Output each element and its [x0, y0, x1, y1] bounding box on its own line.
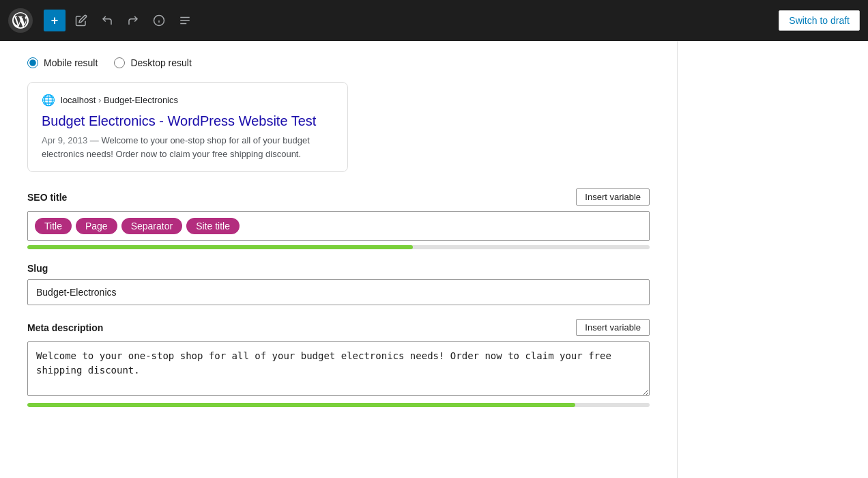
seo-tag-pill[interactable]: Site title — [186, 218, 240, 234]
mobile-radio[interactable] — [27, 57, 38, 68]
preview-title[interactable]: Budget Electronics - WordPress Website T… — [42, 112, 334, 130]
undo-icon — [101, 14, 113, 27]
info-button[interactable] — [149, 10, 169, 31]
desktop-result-label: Desktop result — [130, 57, 191, 68]
preview-url-row: 🌐 localhost › Budget-Electronics — [42, 94, 334, 107]
wordpress-logo — [8, 8, 33, 33]
seo-title-field[interactable]: TitlePageSeparatorSite title — [27, 211, 650, 241]
meta-description-group: Meta description Insert variable — [27, 319, 650, 407]
undo-button[interactable] — [97, 10, 117, 31]
seo-title-progress-bar — [27, 245, 650, 249]
redo-button[interactable] — [123, 10, 143, 31]
main-area: Mobile result Desktop result 🌐 localhost… — [0, 41, 868, 478]
redo-icon — [127, 14, 139, 27]
meta-description-progress-fill — [27, 403, 575, 407]
seo-title-header: SEO title Insert variable — [27, 188, 650, 206]
meta-description-header: Meta description Insert variable — [27, 319, 650, 336]
editor-area: Mobile result Desktop result 🌐 localhost… — [0, 41, 677, 478]
plus-icon: + — [51, 14, 59, 28]
edit-button[interactable] — [71, 10, 91, 31]
slug-input[interactable] — [27, 279, 650, 305]
right-sidebar — [677, 41, 868, 478]
list-view-button[interactable] — [175, 10, 195, 31]
meta-description-insert-variable-button[interactable]: Insert variable — [576, 319, 650, 336]
seo-tag-pill[interactable]: Separator — [121, 218, 182, 234]
seo-tag-pill[interactable]: Title — [35, 218, 72, 234]
mobile-result-option[interactable]: Mobile result — [27, 57, 98, 68]
seo-tag-pill[interactable]: Page — [76, 218, 117, 234]
seo-title-insert-variable-button[interactable]: Insert variable — [576, 188, 650, 206]
seo-title-progress-fill — [27, 245, 413, 249]
meta-description-progress-bar — [27, 403, 650, 407]
info-icon — [153, 14, 165, 27]
meta-description-input[interactable] — [27, 341, 650, 396]
preview-type-selector: Mobile result Desktop result — [27, 57, 650, 68]
desktop-result-option[interactable]: Desktop result — [114, 57, 191, 68]
switch-draft-button[interactable]: Switch to draft — [779, 10, 860, 31]
meta-description-label: Meta description — [27, 322, 103, 333]
slug-label: Slug — [27, 263, 48, 274]
pencil-icon — [75, 14, 87, 27]
slug-header: Slug — [27, 263, 650, 274]
search-preview-card: 🌐 localhost › Budget-Electronics Budget … — [27, 82, 348, 172]
desktop-radio[interactable] — [114, 57, 125, 68]
list-icon — [179, 14, 191, 27]
mobile-result-label: Mobile result — [44, 57, 98, 68]
preview-meta: Apr 9, 2013 — Welcome to your one-stop s… — [42, 134, 334, 160]
slug-group: Slug — [27, 263, 650, 305]
seo-title-group: SEO title Insert variable TitlePageSepar… — [27, 188, 650, 249]
seo-title-label: SEO title — [27, 192, 67, 203]
add-button[interactable]: + — [44, 10, 66, 31]
globe-icon: 🌐 — [42, 94, 55, 107]
preview-url: localhost › Budget-Electronics — [61, 95, 178, 105]
toolbar: + Switch to draft — [0, 0, 868, 41]
